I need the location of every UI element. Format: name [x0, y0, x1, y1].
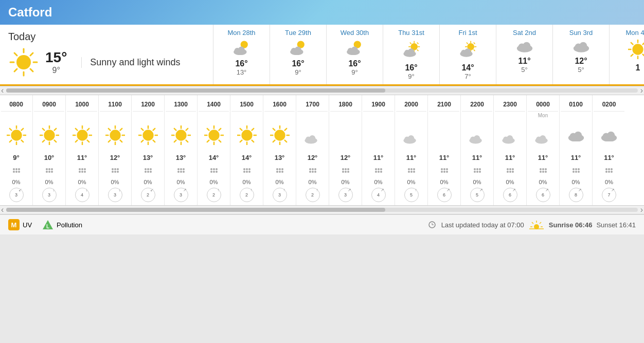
forecast-day[interactable]: Mon 28th 16° 13° — [213, 25, 270, 84]
forecast-day-high: 16° — [388, 63, 434, 73]
hour-temp: 12° — [100, 152, 130, 163]
hour-sublabel — [330, 112, 361, 119]
wind-circle: 5 ↗ — [470, 188, 485, 202]
forecast-day-icon — [219, 40, 264, 57]
forecast-day[interactable]: Fri 1st 14° 7° — [440, 25, 496, 84]
svg-line-79 — [42, 140, 44, 142]
scrollbar-track[interactable] — [6, 88, 638, 93]
hour-wind: 5 ↑ — [396, 187, 426, 203]
svg-point-174 — [243, 171, 245, 173]
sunset-text: Sunset 16:41 — [596, 221, 636, 229]
hour-icon — [34, 119, 64, 152]
hour-temp: 11° — [561, 152, 591, 163]
hour-icon — [363, 119, 393, 152]
svg-point-222 — [408, 168, 410, 170]
svg-point-0 — [16, 55, 31, 69]
svg-point-192 — [276, 168, 278, 170]
hour-time: 0900 — [34, 97, 64, 112]
svg-point-164 — [216, 168, 218, 170]
svg-line-94 — [75, 140, 77, 142]
hour-sublabel — [1, 112, 31, 119]
wind-circle: 5 ↑ — [404, 188, 419, 202]
svg-line-109 — [108, 140, 110, 142]
svg-point-227 — [446, 171, 448, 173]
svg-point-197 — [309, 135, 315, 141]
hour-wind: 6 ↗ — [429, 187, 459, 203]
hourly-table: 0800 9° 0% 3 ↙ 0900 10° 0% 3 ↓ 1000 — [0, 95, 644, 205]
forecast-day[interactable]: Tue 29th 16° 9° — [270, 25, 327, 84]
wind-circle: 3 ↓ — [42, 188, 57, 202]
forecast-day[interactable]: Mon 4th 1 — [610, 25, 644, 84]
hour-column: 0100 11° 0% 8 ↗ — [560, 95, 593, 205]
hour-sublabel — [429, 112, 459, 119]
scrollbar-thumb-bottom[interactable] — [6, 208, 385, 212]
hour-time: 0100 — [561, 97, 591, 112]
svg-point-51 — [632, 44, 643, 55]
svg-point-243 — [507, 171, 509, 173]
scrollbar-track-bottom[interactable] — [6, 208, 638, 212]
svg-line-107 — [120, 140, 122, 142]
hour-precip-icon — [67, 163, 97, 177]
svg-line-122 — [153, 140, 155, 142]
forecast-day[interactable]: Sat 2nd 11° 5° — [496, 25, 553, 84]
svg-point-229 — [443, 168, 445, 170]
hour-precip-pct: 0% — [34, 177, 64, 187]
svg-line-141 — [174, 129, 176, 131]
wind-circle: 3 ↑ — [273, 188, 287, 202]
bottom-scrollbar[interactable] — [0, 205, 644, 214]
hour-precip-pct: 0% — [67, 177, 97, 187]
svg-point-145 — [180, 171, 182, 173]
svg-point-247 — [509, 168, 511, 170]
svg-point-253 — [542, 171, 544, 173]
today-panel: Today — [0, 25, 213, 84]
hour-temp: 9° — [1, 152, 31, 163]
svg-point-69 — [13, 171, 15, 173]
svg-point-207 — [342, 168, 344, 170]
hour-precip-pct: 0% — [330, 177, 361, 187]
forecast-day[interactable]: Thu 31st 16° 9° — [383, 25, 440, 84]
hour-precip-icon — [495, 163, 525, 177]
svg-text:L: L — [46, 224, 49, 229]
hour-wind: 4 ↗ — [363, 187, 393, 203]
svg-point-120 — [142, 130, 153, 140]
hour-wind: 3 ↑ — [264, 187, 295, 203]
today-description: Sunny and light winds — [81, 57, 180, 68]
svg-point-176 — [248, 171, 251, 173]
scrollbar-thumb[interactable] — [6, 88, 385, 93]
svg-point-211 — [378, 171, 380, 173]
hour-precip-pct: 0% — [396, 177, 426, 187]
pollution-item: L Pollution — [42, 219, 82, 230]
hour-temp: 11° — [495, 152, 525, 163]
hour-time: 0800 — [1, 97, 31, 112]
hour-precip-icon — [561, 163, 591, 177]
svg-point-224 — [413, 168, 415, 170]
svg-point-221 — [413, 171, 415, 173]
svg-point-252 — [540, 171, 542, 173]
hour-precip-icon — [363, 163, 393, 177]
svg-point-228 — [441, 168, 443, 170]
svg-point-70 — [15, 171, 17, 173]
hour-precip-icon — [231, 163, 262, 177]
forecast-day[interactable]: Wed 30th 16° 9° — [327, 25, 383, 84]
svg-line-81 — [42, 129, 44, 131]
hour-icon — [594, 119, 624, 152]
hour-icon — [495, 119, 525, 152]
svg-point-212 — [380, 171, 382, 173]
hour-time: 1800 — [330, 97, 361, 112]
hour-sublabel — [231, 112, 262, 119]
svg-point-272 — [611, 171, 613, 173]
svg-point-104 — [84, 168, 86, 170]
forecast-day-high: 16° — [275, 59, 321, 68]
svg-point-223 — [410, 168, 413, 170]
svg-point-191 — [281, 171, 283, 173]
svg-point-86 — [51, 171, 53, 173]
svg-point-214 — [378, 168, 380, 170]
hour-temp: 11° — [594, 152, 624, 163]
top-scrollbar[interactable] — [0, 86, 644, 95]
svg-point-233 — [474, 135, 480, 141]
svg-point-71 — [18, 171, 20, 173]
forecast-day-high: 16° — [332, 59, 378, 68]
forecast-day[interactable]: Sun 3rd 12° 5° — [553, 25, 610, 84]
today-temp-high: 15° — [45, 49, 67, 66]
hour-icon — [199, 119, 229, 152]
